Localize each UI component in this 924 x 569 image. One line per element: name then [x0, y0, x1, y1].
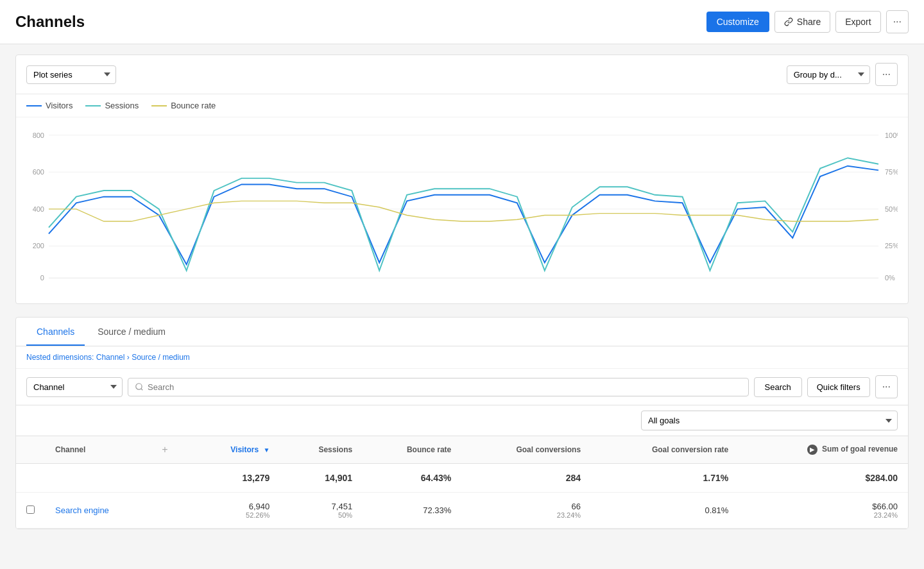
row-add-cell — [158, 493, 189, 529]
share-button[interactable]: Share — [774, 11, 830, 33]
summary-goal-conversions: 284 — [461, 464, 591, 493]
th-sum-goal-revenue: ▶ Sum of goal revenue — [739, 436, 908, 464]
search-button[interactable]: Search — [754, 377, 802, 397]
svg-text:1/Nov: 1/Nov — [40, 284, 57, 284]
svg-text:23/Nov: 23/Nov — [645, 284, 665, 284]
svg-text:800: 800 — [33, 132, 44, 139]
sessions-legend-label: Sessions — [105, 101, 139, 110]
svg-text:17/Nov: 17/Nov — [479, 284, 500, 284]
summary-bounce-rate: 64.43% — [363, 464, 461, 493]
summary-channel-cell — [45, 464, 158, 493]
legend-visitors: Visitors — [26, 101, 73, 110]
summary-add-cell — [158, 464, 189, 493]
nested-channel-link[interactable]: Channel — [96, 353, 125, 362]
th-checkbox — [16, 436, 45, 464]
svg-text:15/Nov: 15/Nov — [424, 284, 445, 284]
bounce-legend-label: Bounce rate — [171, 101, 216, 110]
summary-goal-conversion-rate: 1.71% — [591, 464, 739, 493]
tab-channels[interactable]: Channels — [26, 318, 85, 346]
tabs-bar: Channels Source / medium — [16, 318, 908, 346]
svg-text:50%: 50% — [885, 205, 898, 213]
svg-text:6/Nov: 6/Nov — [178, 284, 195, 284]
svg-text:25/Nov: 25/Nov — [700, 284, 721, 284]
svg-text:21/Nov: 21/Nov — [590, 284, 610, 284]
bounce-legend-line — [151, 105, 167, 106]
svg-text:28/Nov: 28/Nov — [782, 284, 803, 284]
summary-sum-goal-revenue: $284.00 — [739, 464, 908, 493]
customize-button[interactable]: Customize — [706, 12, 769, 32]
svg-text:9/Nov: 9/Nov — [261, 284, 277, 284]
row-bounce-rate: 72.33% — [363, 493, 461, 529]
svg-text:0%: 0% — [885, 274, 895, 282]
plot-series-select[interactable]: Plot series — [26, 65, 116, 84]
chart-toolbar: Plot series Group by d... ··· — [16, 55, 908, 94]
svg-text:100%: 100% — [885, 132, 898, 139]
visitors-legend-label: Visitors — [46, 101, 73, 110]
svg-text:20/Nov: 20/Nov — [562, 284, 583, 284]
svg-text:26/Nov: 26/Nov — [728, 284, 748, 284]
visitors-legend-line — [26, 105, 42, 106]
svg-text:27/Nov: 27/Nov — [755, 284, 776, 284]
svg-text:0: 0 — [40, 274, 44, 282]
page-title: Channels — [15, 13, 85, 31]
table-more-button[interactable]: ··· — [875, 375, 898, 398]
row-checkbox-cell — [16, 493, 45, 529]
svg-text:200: 200 — [33, 242, 44, 250]
row-sum-goal-revenue: $66.00 23.24% — [739, 493, 908, 529]
group-by-select[interactable]: Group by d... — [787, 65, 870, 84]
svg-text:7/Nov: 7/Nov — [206, 284, 223, 284]
chart-toolbar-right: Group by d... ··· — [787, 63, 898, 86]
export-button[interactable]: Export — [835, 11, 880, 33]
goals-select[interactable]: All goals — [641, 411, 898, 430]
svg-text:25%: 25% — [885, 242, 898, 250]
svg-text:4/Nov: 4/Nov — [123, 284, 140, 284]
row-checkbox[interactable] — [26, 505, 35, 514]
th-goal-conversions: Goal conversions — [461, 436, 591, 464]
sort-arrow: ▼ — [263, 446, 270, 454]
th-visitors[interactable]: Visitors ▼ — [189, 436, 280, 464]
svg-text:5/Nov: 5/Nov — [151, 284, 167, 284]
summary-checkbox-cell — [16, 464, 45, 493]
tab-source-medium[interactable]: Source / medium — [87, 318, 176, 346]
chart-legend: Visitors Sessions Bounce rate — [16, 94, 908, 117]
row-goal-conversions: 66 23.24% — [461, 493, 591, 529]
svg-text:400: 400 — [33, 205, 44, 213]
th-bounce-rate: Bounce rate — [363, 436, 461, 464]
quick-filters-button[interactable]: Quick filters — [807, 377, 870, 397]
more-options-button[interactable]: ··· — [886, 10, 909, 33]
svg-text:18/Nov: 18/Nov — [507, 284, 527, 284]
svg-text:3/Nov: 3/Nov — [96, 284, 112, 284]
row-visitors: 6,940 52.26% — [189, 493, 280, 529]
summary-sessions: 14,901 — [280, 464, 363, 493]
th-add[interactable]: + — [158, 436, 189, 464]
svg-text:24/Nov: 24/Nov — [672, 284, 693, 284]
table-row: Search engine 6,940 52.26% 7,451 50% 72.… — [16, 493, 908, 529]
row-sessions: 7,451 50% — [280, 493, 363, 529]
svg-point-46 — [136, 384, 142, 389]
svg-text:13/Nov: 13/Nov — [369, 284, 389, 284]
dimension-select[interactable]: Channel — [26, 377, 123, 397]
summary-row: 13,279 14,901 64.43% 284 1.71% $284.00 — [16, 464, 908, 493]
svg-text:22/Nov: 22/Nov — [617, 284, 638, 284]
svg-text:16/Nov: 16/Nov — [452, 284, 472, 284]
svg-line-47 — [141, 389, 143, 391]
goals-row: All goals — [16, 405, 908, 436]
svg-text:12/Nov: 12/Nov — [341, 284, 362, 284]
svg-text:30/Nov: 30/Nov — [837, 284, 858, 284]
table-header-row: Channel + Visitors ▼ Sessions Bounce rat… — [16, 436, 908, 464]
chart-more-button[interactable]: ··· — [875, 63, 898, 86]
svg-text:14/Nov: 14/Nov — [397, 284, 417, 284]
data-table: Channel + Visitors ▼ Sessions Bounce rat… — [16, 436, 908, 529]
search-input[interactable] — [148, 382, 742, 392]
svg-text:11/Nov: 11/Nov — [314, 284, 335, 284]
chart-svg: 800 600 400 200 0 100% 75% 50% 25% 0% — [26, 130, 898, 284]
main-content: Plot series Group by d... ··· Visitors S… — [0, 44, 924, 539]
row-channel-name[interactable]: Search engine — [45, 493, 158, 529]
svg-text:10/Nov: 10/Nov — [287, 284, 307, 284]
th-channel: Channel — [45, 436, 158, 464]
link-icon — [784, 17, 793, 26]
table-section: Channels Source / medium Nested dimensio… — [15, 317, 909, 529]
th-goal-conversion-rate: Goal conversion rate — [591, 436, 739, 464]
search-icon — [135, 382, 144, 391]
nested-source-link[interactable]: Source / medium — [132, 353, 190, 362]
